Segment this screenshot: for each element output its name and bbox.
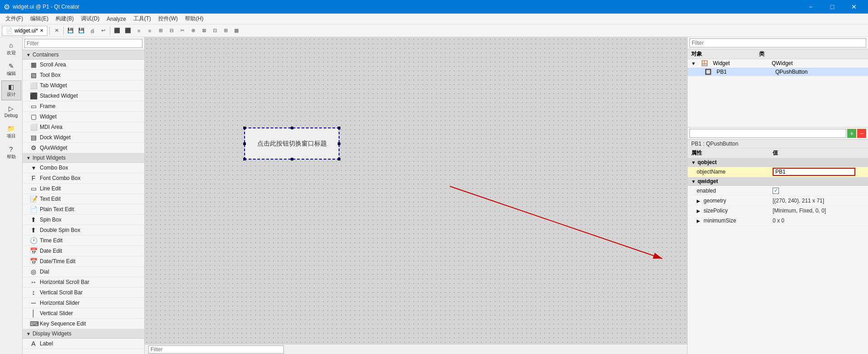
widget-item-vertical-scroll-bar[interactable]: ↕ Vertical Scroll Bar <box>23 288 144 298</box>
menu-build[interactable]: 构建(B) <box>52 14 77 24</box>
resize-handle-tr[interactable] <box>338 127 340 129</box>
widget-item-widget[interactable]: ▢ Widget <box>23 112 144 122</box>
tab-close-icon[interactable]: ✕ <box>40 28 43 33</box>
sidebar-item-edit[interactable]: ✎ 编辑 <box>1 60 21 80</box>
widget-item-mdi-area[interactable]: ⬜ MDI Area <box>23 122 144 132</box>
text-edit-icon: 📝 <box>30 195 37 203</box>
prop-row-geometry[interactable]: ▶ geometry [(270, 240), 211 x 71] <box>688 196 868 206</box>
tb-btn-j[interactable]: ⊡ <box>210 26 220 36</box>
tb-btn-b[interactable]: ⬛ <box>123 26 133 36</box>
resize-handle-br[interactable] <box>338 158 340 160</box>
widget-item-datetime-edit[interactable]: 📅 Date/Time Edit <box>23 256 144 267</box>
prop-section-qobject[interactable]: ▼ qobject <box>688 158 868 167</box>
widget-item-time-edit[interactable]: 🕐 Time Edit <box>23 236 144 246</box>
sidebar-item-welcome[interactable]: ⌂ 欢迎 <box>1 39 21 59</box>
menu-debug[interactable]: 调试(D) <box>77 14 103 24</box>
resize-handle-bm[interactable] <box>291 158 293 160</box>
menu-controls[interactable]: 控件(W) <box>155 14 181 24</box>
tb-btn-d[interactable]: ≡ <box>145 26 155 36</box>
minimize-button[interactable]: − <box>800 0 821 14</box>
widget-filter-input[interactable] <box>24 39 142 48</box>
section-header-display[interactable]: ▼ Display Widgets <box>23 329 144 339</box>
widget-item-qaxwidget[interactable]: ⚙ QAxWidget <box>23 143 144 153</box>
menu-analyze[interactable]: Analyze <box>103 15 130 23</box>
sidebar-item-design[interactable]: ◧ 设计 <box>1 80 21 100</box>
object-filter-input[interactable] <box>689 38 866 47</box>
tb-save-all-btn[interactable]: 💾 <box>76 26 86 36</box>
widget-item-dock-widget[interactable]: ▤ Dock Widget <box>23 132 144 143</box>
widget-item-key-sequence-edit[interactable]: ⌨ Key Sequence Edit <box>23 319 144 329</box>
close-button[interactable]: ✕ <box>844 0 864 14</box>
tb-btn-l[interactable]: ▦ <box>231 26 241 36</box>
objectname-input[interactable] <box>773 168 855 176</box>
prop-name-objectname: objectName <box>691 169 773 175</box>
prop-row-enabled[interactable]: enabled <box>688 186 868 196</box>
widget-item-combo-box[interactable]: ▾ Combo Box <box>23 163 144 173</box>
widget-item-plain-text-edit[interactable]: 📄 Plain Text Edit <box>23 204 144 215</box>
widget-node-icon: 🪟 <box>701 60 708 66</box>
prop-row-objectname[interactable]: objectName <box>688 167 868 177</box>
sidebar-item-project[interactable]: 📁 项目 <box>1 122 21 142</box>
file-tab[interactable]: 📄 widget.ui* ✕ <box>2 26 47 36</box>
spin-box-icon: ⬆ <box>30 216 37 223</box>
menu-help[interactable]: 帮助(H) <box>181 14 207 24</box>
canvas[interactable]: 点击此按钮切换窗口标题 <box>145 37 687 354</box>
resize-handle-tm[interactable] <box>291 127 293 129</box>
widget-item-horizontal-scroll-bar[interactable]: ↔ Horizontal Scroll Bar <box>23 277 144 288</box>
section-header-containers[interactable]: ▼ Containers <box>23 50 144 60</box>
pushbutton-widget[interactable]: 点击此按钮切换窗口标题 <box>244 127 340 160</box>
widget-item-vertical-slider[interactable]: │ Vertical Slider <box>23 308 144 319</box>
display-label: Display Widgets <box>33 330 71 337</box>
resize-handle-tl[interactable] <box>243 127 246 129</box>
menu-file[interactable]: 文件(F) <box>2 14 27 24</box>
widget-item-double-spin-box[interactable]: ⬆ Double Spin Box <box>23 225 144 236</box>
enabled-checkbox[interactable] <box>773 188 779 194</box>
prop-row-minimumsize[interactable]: ▶ minimumSize 0 x 0 <box>688 216 868 226</box>
tb-undo-btn[interactable]: ↩ <box>98 26 108 36</box>
tb-btn-c[interactable]: ≡ <box>134 26 144 36</box>
tb-btn-a[interactable]: ⬛ <box>112 26 122 36</box>
section-header-input[interactable]: ▼ Input Widgets <box>23 153 144 163</box>
status-filter-input[interactable] <box>148 345 284 354</box>
sidebar-item-debug[interactable]: ▷ Debug <box>1 101 21 121</box>
widget-item-tool-box[interactable]: ▨ Tool Box <box>23 70 144 80</box>
widget-item-line-edit[interactable]: ▭ Line Edit <box>23 184 144 194</box>
add-property-button[interactable]: + <box>847 129 856 138</box>
widget-item-date-edit[interactable]: 📅 Date Edit <box>23 246 144 256</box>
sidebar-item-help[interactable]: ? 帮助 <box>1 143 21 163</box>
maximize-button[interactable]: □ <box>822 0 843 14</box>
widget-item-spin-box[interactable]: ⬆ Spin Box <box>23 215 144 225</box>
tb-btn-h[interactable]: ⊕ <box>188 26 198 36</box>
widget-item-horizontal-slider[interactable]: ─ Horizontal Slider <box>23 298 144 308</box>
widget-item-scroll-area[interactable]: ▦ Scroll Area <box>23 60 144 70</box>
widget-item-tab-widget[interactable]: ⬜ Tab Widget <box>23 80 144 91</box>
widget-item-text-edit[interactable]: 📝 Text Edit <box>23 194 144 204</box>
tb-print-btn[interactable]: 🖨 <box>87 26 97 36</box>
resize-handle-bl[interactable] <box>243 158 246 160</box>
tb-btn-k[interactable]: ⊞ <box>221 26 231 36</box>
remove-property-button[interactable]: − <box>857 129 866 138</box>
menu-tools[interactable]: 工具(T) <box>130 14 155 24</box>
tb-close-btn[interactable]: ✕ <box>52 26 61 36</box>
tb-btn-g[interactable]: ✂ <box>177 26 187 36</box>
prop-section-qwidget[interactable]: ▼ qwidget <box>688 177 868 186</box>
tb-btn-e[interactable]: ⊞ <box>156 26 165 36</box>
widget-item-font-combo-box[interactable]: F Font Combo Box <box>23 173 144 184</box>
object-row-pb1[interactable]: 🔲 PB1 QPushButton <box>688 68 868 76</box>
project-label: 项目 <box>7 133 16 139</box>
props-filter-input[interactable] <box>689 129 846 138</box>
toolbar-separator-3 <box>110 27 110 35</box>
tb-save-btn[interactable]: 💾 <box>66 26 75 36</box>
resize-handle-mr[interactable] <box>338 142 340 145</box>
resize-handle-ml[interactable] <box>243 142 246 145</box>
menu-edit[interactable]: 编辑(E) <box>27 14 52 24</box>
widget-item-stacked-widget[interactable]: ⬛ Stacked Widget <box>23 91 144 101</box>
titlebar: ⚙ widget.ui @ P1 - Qt Creator − □ ✕ <box>0 0 868 14</box>
object-row-widget[interactable]: ▼ 🪟 Widget QWidget <box>688 59 868 68</box>
widget-item-dial[interactable]: ◎ Dial <box>23 267 144 277</box>
widget-item-frame[interactable]: ▭ Frame <box>23 101 144 112</box>
widget-item-label[interactable]: A Label <box>23 339 144 349</box>
prop-row-sizepolicy[interactable]: ▶ sizePolicy [Minimum, Fixed, 0, 0] <box>688 206 868 216</box>
tb-btn-i[interactable]: ⊠ <box>199 26 209 36</box>
tb-btn-f[interactable]: ⊟ <box>166 26 176 36</box>
